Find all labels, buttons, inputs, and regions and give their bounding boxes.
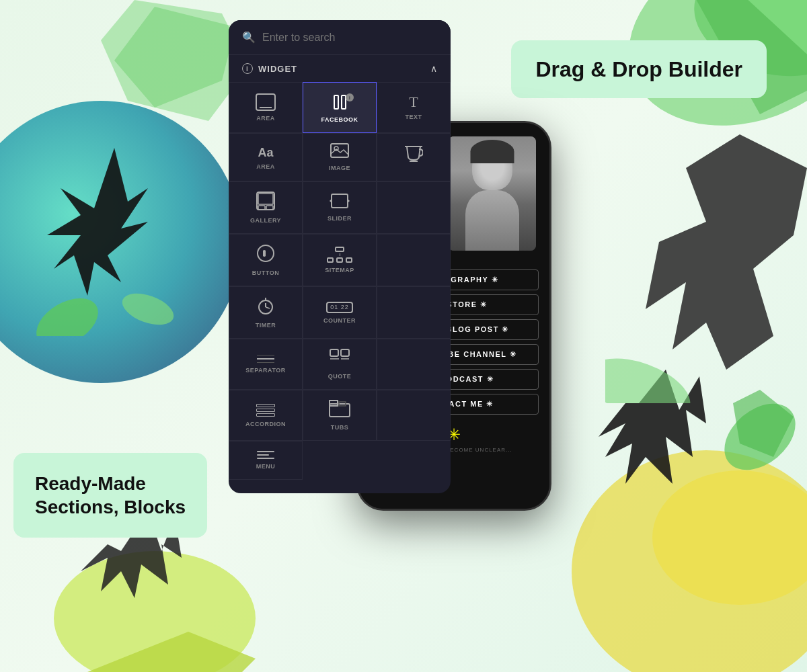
widget-item-button[interactable]: BUTTON xyxy=(229,234,303,286)
widget-item-cup[interactable] xyxy=(377,133,451,181)
widget-title: WIDGET xyxy=(258,64,297,74)
card-drag-drop: Drag & Drop Builder xyxy=(511,40,767,98)
tubs-icon xyxy=(329,400,350,420)
slider-label: SLIDER xyxy=(328,215,352,222)
sitemap-icon xyxy=(327,247,352,263)
image-label: IMAGE xyxy=(329,165,350,171)
widget-grid: AREA FACEBOOK i T TEXT xyxy=(229,82,451,480)
main-content: Ready-Made Sections, Blocks Drag & Drop … xyxy=(0,0,807,672)
widget-item-empty1 xyxy=(377,181,451,234)
svg-rect-36 xyxy=(341,349,349,356)
button-icon xyxy=(256,244,275,265)
button-label: BUTTON xyxy=(252,269,279,276)
text-label: TEXT xyxy=(405,114,422,120)
font-area-label: AREA xyxy=(256,163,275,170)
quote-label: QUOTE xyxy=(328,373,352,380)
separator-label: SEPARATOR xyxy=(245,367,286,374)
chevron-up-icon[interactable]: ∧ xyxy=(430,63,437,74)
widget-item-empty3 xyxy=(377,286,451,339)
image-icon xyxy=(330,143,349,161)
info-icon: i xyxy=(242,63,253,74)
facebook-label: FACEBOOK xyxy=(321,116,358,123)
area-label: AREA xyxy=(256,115,275,122)
svg-rect-19 xyxy=(331,144,348,157)
widget-item-accordion[interactable]: ACCORDION xyxy=(229,390,303,441)
widget-item-gallery[interactable]: GALLERY xyxy=(229,181,303,234)
widget-item-tubs[interactable]: TUBS xyxy=(303,390,377,441)
widget-item-empty4 xyxy=(377,339,451,390)
separator-icon xyxy=(257,355,274,363)
font-area-icon: Aa xyxy=(258,144,273,159)
quote-icon xyxy=(330,349,350,369)
card-ready-made: Ready-Made Sections, Blocks xyxy=(13,453,207,538)
widget-header-left: i WIDGET xyxy=(242,63,297,74)
widget-item-slider[interactable]: SLIDER xyxy=(303,181,377,234)
svg-rect-23 xyxy=(257,192,274,210)
menu-label: MENU xyxy=(256,463,276,470)
area-icon xyxy=(256,93,276,111)
accordion-label: ACCORDION xyxy=(245,421,286,427)
counter-label: COUNTER xyxy=(323,317,356,324)
svg-line-34 xyxy=(266,307,270,308)
timer-label: TIMER xyxy=(256,322,276,329)
widget-item-text[interactable]: T TEXT xyxy=(377,82,451,133)
widget-item-font-area[interactable]: Aa AREA xyxy=(229,133,303,181)
gallery-label: GALLERY xyxy=(250,217,281,224)
search-icon: 🔍 xyxy=(242,31,256,44)
text-icon: T xyxy=(409,95,418,110)
widget-item-timer[interactable]: TIMER xyxy=(229,286,303,339)
widget-item-sitemap[interactable]: SITEMAP xyxy=(303,234,377,286)
widget-item-empty2 xyxy=(377,234,451,286)
ready-made-title: Ready-Made Sections, Blocks xyxy=(35,472,186,519)
widget-item-image[interactable]: IMAGE xyxy=(303,133,377,181)
gallery-icon xyxy=(256,192,275,213)
widget-item-facebook[interactable]: FACEBOOK i xyxy=(303,82,377,133)
search-input[interactable] xyxy=(262,32,437,44)
widget-item-separator[interactable]: SEPARATOR xyxy=(229,339,303,390)
svg-rect-24 xyxy=(258,194,273,204)
cup-icon xyxy=(404,145,423,165)
info-badge: i xyxy=(346,93,354,101)
svg-rect-27 xyxy=(332,194,348,208)
widget-item-area[interactable]: AREA xyxy=(229,82,303,133)
counter-icon: 01 22 xyxy=(326,302,353,313)
menu-icon xyxy=(257,451,274,459)
tubs-label: TUBS xyxy=(331,424,349,431)
widget-item-empty5 xyxy=(377,390,451,441)
accordion-icon xyxy=(256,404,275,417)
phone-photo xyxy=(449,136,536,251)
svg-rect-35 xyxy=(330,349,338,356)
sitemap-label: SITEMAP xyxy=(325,267,354,274)
widget-panel: 🔍 i WIDGET ∧ AREA xyxy=(229,20,451,493)
slider-icon xyxy=(328,194,351,211)
widget-header: i WIDGET ∧ xyxy=(229,55,451,82)
drag-drop-title: Drag & Drop Builder xyxy=(535,56,742,82)
widget-item-counter[interactable]: 01 22 COUNTER xyxy=(303,286,377,339)
widget-item-quote[interactable]: QUOTE xyxy=(303,339,377,390)
widget-item-menu[interactable]: MENU xyxy=(229,441,303,480)
search-bar: 🔍 xyxy=(229,20,451,55)
timer-icon xyxy=(256,296,275,318)
